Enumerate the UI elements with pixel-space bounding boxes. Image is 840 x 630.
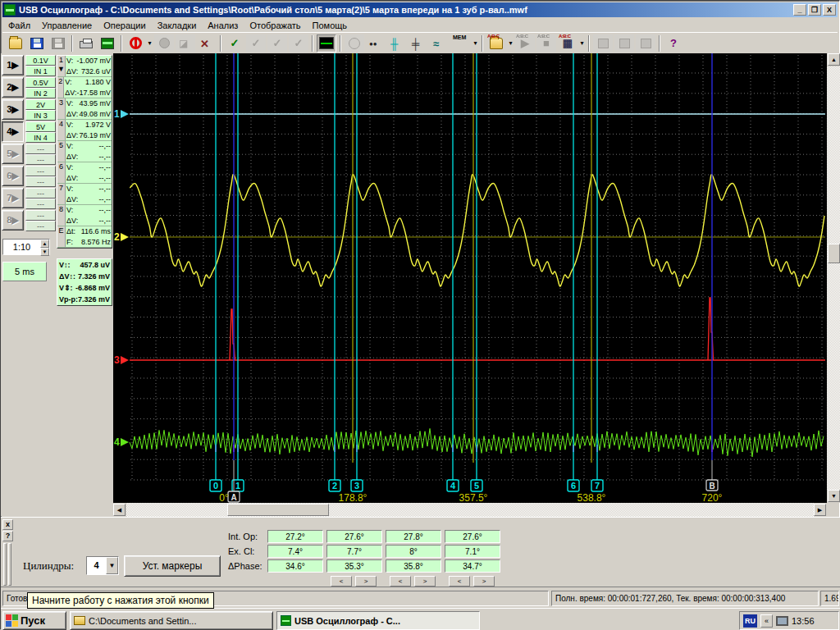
cylinder-3-prev-button[interactable]: <	[390, 576, 411, 587]
channel-4-range[interactable]: 5V	[25, 121, 56, 132]
cylinders-dropdown-arrow[interactable]: ▼	[106, 557, 118, 574]
power-button[interactable]	[126, 34, 145, 52]
save-screen-button[interactable]	[98, 34, 117, 52]
hscroll-right-button[interactable]: ▶	[814, 504, 826, 516]
mem-button-dropdown[interactable]: ▾	[472, 34, 479, 52]
abc-play-button[interactable]: A:B:C	[515, 34, 535, 52]
search-globe-button[interactable]	[345, 34, 364, 52]
minimize-button[interactable]: _	[793, 4, 806, 16]
channel-1-button[interactable]: 1▶	[2, 55, 24, 75]
check-double-button[interactable]	[267, 34, 287, 52]
menu-помощь[interactable]: Помощь	[307, 19, 354, 32]
open-file-button[interactable]	[6, 34, 25, 52]
check-accept-button[interactable]	[225, 34, 244, 52]
channel-2-button[interactable]: 2▶	[2, 77, 24, 98]
display-mode-button[interactable]	[317, 34, 336, 52]
close-button[interactable]: X	[823, 4, 836, 16]
channel-6-button[interactable]: 6▶	[2, 166, 24, 186]
channel-5-button[interactable]: 5▶	[2, 144, 24, 164]
abc-open-button-dropdown[interactable]: ▾	[507, 34, 514, 52]
restore-button[interactable]: ❐	[808, 4, 821, 16]
cursors-tool-button[interactable]	[409, 34, 428, 52]
record-button[interactable]	[154, 34, 174, 52]
channel-3-marker-arrow[interactable]	[121, 356, 129, 364]
menu-закладки[interactable]: Закладки	[152, 19, 203, 32]
channel-7-input[interactable]: ---	[25, 199, 56, 209]
vscroll-down-button[interactable]: ▼	[828, 490, 840, 502]
panel-splitter-2[interactable]	[8, 543, 11, 586]
set-markers-button[interactable]: Уст. маркеры	[124, 555, 221, 577]
cylinder-3-next-button[interactable]: >	[414, 576, 436, 587]
taskbar-item-explorer[interactable]: C:\Documents and Settin...	[70, 611, 273, 630]
display-tray-icon[interactable]	[776, 616, 788, 626]
set-markers-tool-button[interactable]	[387, 34, 407, 52]
plot-hscrollbar[interactable]: ◀ ▶	[113, 503, 827, 517]
channel-8-button[interactable]: 8▶	[2, 210, 24, 231]
help-button[interactable]	[664, 34, 683, 52]
cylinder-4-next-button[interactable]: >	[473, 576, 495, 587]
abc-open-button[interactable]: A:B:C	[486, 34, 506, 52]
scale-up-button[interactable]: ▲	[40, 240, 49, 248]
plot-vscrollbar[interactable]: ▲ ▼	[827, 53, 840, 503]
menu-анализ[interactable]: Анализ	[202, 19, 244, 32]
vscroll-track[interactable]	[827, 66, 840, 490]
channel-6-range[interactable]: ---	[25, 166, 56, 176]
channel-4-input[interactable]: IN 4	[25, 132, 56, 143]
panel-splitter[interactable]	[3, 543, 7, 586]
cylinder-2-prev-button[interactable]: <	[331, 576, 352, 587]
signal-scale-button[interactable]	[430, 34, 450, 52]
layout-3-button[interactable]	[636, 34, 655, 52]
save-copy-button[interactable]	[48, 34, 68, 52]
panel-close-button[interactable]: x	[2, 519, 13, 530]
layout-1-button[interactable]	[593, 34, 613, 52]
channel-3-range[interactable]: 2V	[25, 99, 56, 110]
cylinders-select[interactable]: 4 ▼	[86, 556, 119, 575]
vscroll-thumb[interactable]	[828, 244, 840, 263]
channel-3-input[interactable]: IN 3	[25, 110, 56, 121]
channel-1-input[interactable]: IN 1	[25, 66, 56, 76]
start-button[interactable]: Пуск	[2, 611, 66, 630]
save-button[interactable]	[27, 34, 47, 52]
abc-stop-button[interactable]: A:B:C	[536, 34, 556, 52]
abc-panel-button-dropdown[interactable]: ▾	[578, 34, 586, 52]
erase-button[interactable]	[176, 34, 195, 52]
channel-2-range[interactable]: 0.5V	[25, 77, 56, 88]
channel-5-input[interactable]: ---	[25, 154, 56, 165]
delete-button[interactable]	[197, 34, 217, 52]
channel-2-input[interactable]: IN 2	[25, 88, 56, 98]
channel-7-button[interactable]: 7▶	[2, 188, 24, 208]
vscroll-up-button[interactable]: ▲	[828, 53, 840, 66]
check-down-button[interactable]	[246, 34, 266, 52]
scale-down-button[interactable]: ▼	[40, 248, 49, 256]
oscilloscope-display[interactable]: 01234567AB0°178.8°357.5°538.8°720°1234	[113, 53, 827, 503]
channel-8-input[interactable]: ---	[25, 221, 56, 231]
scale-spinbox[interactable]: 1:10 ▲ ▼	[2, 239, 50, 255]
channel-1-marker-arrow[interactable]	[121, 110, 129, 118]
cylinder-4-prev-button[interactable]: <	[449, 576, 470, 587]
hscroll-left-button[interactable]: ◀	[113, 504, 126, 516]
taskbar-item-oscilloscope[interactable]: USB Осциллограф - C...	[276, 611, 480, 630]
check-next-button[interactable]	[289, 34, 308, 52]
tray-expand-button[interactable]: «	[760, 614, 773, 628]
channel-3-button[interactable]: 3▶	[2, 99, 24, 120]
layout-2-button[interactable]	[614, 34, 634, 52]
menu-отображать[interactable]: Отображать	[244, 19, 306, 32]
channel-6-input[interactable]: ---	[25, 176, 56, 187]
channel-7-range[interactable]: ---	[25, 188, 56, 199]
cylinder-2-next-button[interactable]: >	[355, 576, 377, 587]
channel-1-range[interactable]: 0.1V	[25, 55, 56, 66]
hscroll-thumb[interactable]	[227, 504, 329, 516]
timebase-box[interactable]: 5 ms	[2, 262, 47, 281]
mem-button[interactable]: MEM	[451, 34, 471, 52]
power-button-dropdown[interactable]: ▾	[146, 34, 153, 52]
find-button[interactable]	[366, 34, 386, 52]
channel-2-marker-arrow[interactable]	[121, 233, 129, 241]
abc-panel-button[interactable]: A:B:C	[558, 34, 578, 52]
language-indicator[interactable]: RU	[743, 614, 757, 628]
channel-8-range[interactable]: ---	[25, 210, 56, 221]
channel-4-marker-arrow[interactable]	[121, 438, 129, 446]
channel-5-range[interactable]: ---	[25, 144, 56, 154]
menu-операции[interactable]: Операции	[98, 19, 151, 32]
menu-файл[interactable]: Файл	[2, 19, 36, 32]
panel-help-button[interactable]: ?	[2, 531, 13, 541]
